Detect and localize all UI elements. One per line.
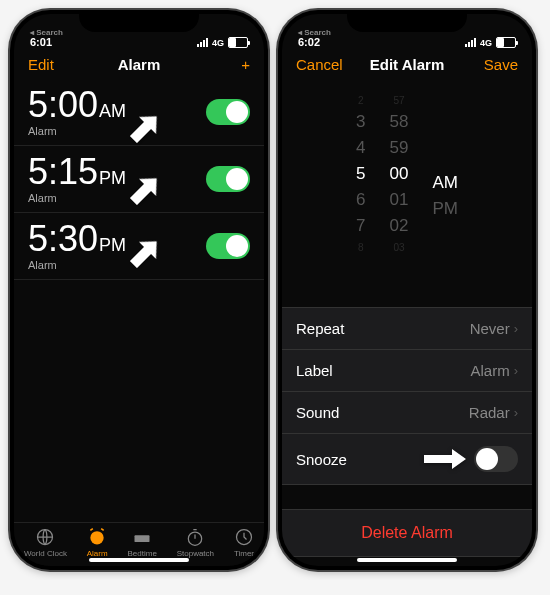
alarm-row[interactable]: 5:30PM Alarm <box>14 213 264 280</box>
chevron-right-icon: › <box>514 321 518 336</box>
alarm-label: Alarm <box>28 192 126 204</box>
alarm-label: Alarm <box>28 125 126 137</box>
svg-rect-2 <box>135 535 150 542</box>
add-button[interactable]: + <box>200 56 250 73</box>
page-title: Edit Alarm <box>370 56 444 73</box>
alarm-toggle[interactable] <box>206 99 250 125</box>
row-sound[interactable]: Sound Radar› <box>282 392 532 434</box>
time-picker[interactable]: 2 3 4 5 6 7 8 57 58 59 00 01 02 03 <box>282 79 532 287</box>
svg-point-1 <box>91 531 104 544</box>
home-indicator[interactable] <box>357 558 457 562</box>
battery-icon <box>228 37 248 48</box>
bed-icon <box>132 527 152 547</box>
picker-hour[interactable]: 2 3 4 5 6 7 8 <box>356 95 365 271</box>
network-label: 4G <box>212 38 224 48</box>
alarm-toggle[interactable] <box>206 166 250 192</box>
signal-icon <box>465 38 476 47</box>
stopwatch-icon <box>185 527 205 547</box>
tab-timer[interactable]: Timer <box>234 527 254 558</box>
navbar: Cancel Edit Alarm Save <box>282 50 532 79</box>
annotation-arrow-icon <box>422 447 468 471</box>
globe-icon <box>35 527 55 547</box>
phone-alarm-list: ◂ Search 6:01 4G Edit Alarm + 5:00AM Ala… <box>10 10 268 570</box>
alarm-row[interactable]: 5:00AM Alarm <box>14 79 264 146</box>
page-title: Alarm <box>118 56 161 73</box>
status-bar: ◂ Search 6:01 4G <box>14 14 264 50</box>
save-button[interactable]: Save <box>468 56 518 73</box>
battery-icon <box>496 37 516 48</box>
picker-minute[interactable]: 57 58 59 00 01 02 03 <box>390 95 409 271</box>
status-time: 6:01 <box>30 37 63 48</box>
phone-edit-alarm: ◂ Search 6:02 4G Cancel Edit Alarm Save … <box>278 10 536 570</box>
status-time: 6:02 <box>298 37 331 48</box>
chevron-right-icon: › <box>514 405 518 420</box>
edit-button[interactable]: Edit <box>28 56 78 73</box>
alarm-row[interactable]: 5:15PM Alarm <box>14 146 264 213</box>
delete-alarm-button[interactable]: Delete Alarm <box>282 509 532 557</box>
tab-alarm[interactable]: Alarm <box>87 527 108 558</box>
network-label: 4G <box>480 38 492 48</box>
alarm-icon <box>87 527 107 547</box>
tab-bedtime[interactable]: Bedtime <box>127 527 156 558</box>
home-indicator[interactable] <box>89 558 189 562</box>
tab-world-clock[interactable]: World Clock <box>24 527 67 558</box>
chevron-right-icon: › <box>514 363 518 378</box>
status-bar: ◂ Search 6:02 4G <box>282 14 532 50</box>
cancel-button[interactable]: Cancel <box>296 56 346 73</box>
row-label[interactable]: Label Alarm› <box>282 350 532 392</box>
snooze-toggle[interactable] <box>474 446 518 472</box>
alarm-label: Alarm <box>28 259 126 271</box>
signal-icon <box>197 38 208 47</box>
row-repeat[interactable]: Repeat Never› <box>282 308 532 350</box>
timer-icon <box>234 527 254 547</box>
picker-ampm[interactable]: AM PM <box>432 95 458 271</box>
alarm-toggle[interactable] <box>206 233 250 259</box>
row-snooze: Snooze <box>282 434 532 485</box>
tab-stopwatch[interactable]: Stopwatch <box>177 527 214 558</box>
navbar: Edit Alarm + <box>14 50 264 79</box>
